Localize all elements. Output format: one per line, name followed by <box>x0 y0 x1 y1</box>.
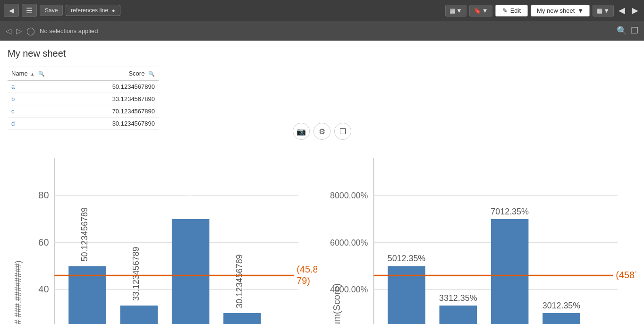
fullscreen-icon[interactable]: ❐ <box>631 26 638 36</box>
chart1-svg: NUM(Sum(Score),# ###.########) 0 20 40 6… <box>8 139 317 324</box>
svg-text:40: 40 <box>38 284 49 294</box>
sel-forward-icon: ▷ <box>16 26 22 35</box>
chart1-ref-label2: 79) <box>297 275 310 286</box>
expand-btn[interactable]: ❒ <box>334 123 351 140</box>
bookmark-dropdown-icon: ▼ <box>482 7 488 14</box>
chart1-y-label: NUM(Sum(Score),# ###.########) <box>13 260 23 324</box>
settings-btn[interactable]: ⚙ <box>314 123 330 140</box>
charts-section: 📷 ⚙ ❒ NUM(Sum(Score),# ###.########) <box>8 139 636 324</box>
col-name-text: Name <box>11 70 28 77</box>
table-row: c 70.1234567890 <box>8 105 159 118</box>
layout-dropdown-icon: ▼ <box>603 7 610 14</box>
svg-text:7012.35%: 7012.35% <box>491 207 529 216</box>
chart-controls: 📷 ⚙ ❒ <box>293 123 351 140</box>
menu-btn[interactable]: ☰ <box>22 4 37 17</box>
col-header-score: Score 🔍 <box>76 67 159 81</box>
chart1-wrapper: NUM(Sum(Score),# ###.########) 0 20 40 6… <box>8 139 317 324</box>
chart2-bar-d[interactable] <box>542 313 580 324</box>
edit-label: Edit <box>510 7 521 14</box>
layout-btn[interactable]: ▦ ▼ <box>593 5 614 17</box>
sel-back-icon: ◁ <box>6 26 11 35</box>
prev-sheet-btn[interactable]: ◀ <box>617 5 627 16</box>
svg-text:30.123456789: 30.123456789 <box>235 254 244 308</box>
sheet-title: My new sheet <box>8 48 636 59</box>
table-row: d 30.1234567890 <box>8 118 159 130</box>
chart2-wrapper: Sum(Score) 0.00% 2000.00% 4000.00% 6000.… <box>327 139 636 324</box>
chart2-svg: Sum(Score) 0.00% 2000.00% 4000.00% 6000.… <box>327 139 636 324</box>
selection-bar: ◁ ▷ ◯ No selections applied 🔍 ❐ <box>0 21 644 41</box>
save-button[interactable]: Save <box>40 5 63 16</box>
tab-close-icon[interactable]: ● <box>112 8 115 13</box>
sel-lock-icon: ◯ <box>26 26 35 35</box>
edit-button[interactable]: ✎ Edit <box>495 5 528 17</box>
toolbar-right: ▦ ▼ 🔖 ▼ ✎ Edit My new sheet ▼ ▦ ▼ ◀ ▶ <box>445 5 640 17</box>
pencil-icon: ✎ <box>502 7 508 14</box>
data-table: Name ▲ 🔍 Score 🔍 a 50.1234567890 b 33.12… <box>8 67 159 130</box>
layout-icon: ▦ <box>597 7 602 14</box>
score-search-icon[interactable]: 🔍 <box>148 71 155 77</box>
camera-btn[interactable]: 📷 <box>293 123 310 140</box>
table-cell-score: 33.1234567890 <box>76 93 159 105</box>
save-label: Save <box>45 7 58 14</box>
tab-title-text: references line <box>71 7 108 14</box>
svg-text:33.123456789: 33.123456789 <box>131 247 141 301</box>
table-cell-score: 30.1234567890 <box>76 118 159 130</box>
main-content: My new sheet Name ▲ 🔍 Score 🔍 a 50.12345… <box>0 41 644 324</box>
chart2-bar-c[interactable] <box>491 219 529 324</box>
table-cell-name[interactable]: d <box>8 118 76 130</box>
svg-text:50.123456789: 50.123456789 <box>80 207 89 261</box>
sheet-dropdown-icon: ▼ <box>577 7 584 14</box>
name-search-icon[interactable]: 🔍 <box>38 71 45 77</box>
sel-right-actions: 🔍 ❐ <box>617 26 638 36</box>
bookmark-icon: 🔖 <box>474 7 481 14</box>
table-cell-name[interactable]: c <box>8 105 76 118</box>
menu-icon: ☰ <box>26 6 33 15</box>
svg-text:4000.00%: 4000.00% <box>330 285 368 294</box>
svg-text:6000.00%: 6000.00% <box>330 238 368 247</box>
svg-text:3012.35%: 3012.35% <box>542 301 581 310</box>
table-cell-name[interactable]: a <box>8 80 76 93</box>
chart2-bar-b[interactable] <box>440 306 477 324</box>
back-nav-btn[interactable]: ◀ <box>4 4 19 17</box>
table-row: b 33.1234567890 <box>8 93 159 105</box>
chart1-ref-label: (45.873456- <box>297 264 317 274</box>
chart-dropdown-icon: ▼ <box>456 7 462 14</box>
bookmark-btn[interactable]: 🔖 ▼ <box>469 5 492 17</box>
table-cell-score: 50.1234567890 <box>76 80 159 93</box>
chart-icon: ▦ <box>449 7 455 14</box>
col-header-name: Name ▲ 🔍 <box>8 67 76 81</box>
table-cell-score: 70.1234567890 <box>76 105 159 118</box>
main-toolbar: ◀ ☰ Save references line ● ▦ ▼ 🔖 ▼ ✎ Edi… <box>0 0 644 21</box>
tab-title[interactable]: references line ● <box>66 5 120 16</box>
svg-text:80: 80 <box>38 190 49 200</box>
svg-text:70.123456789: 70.123456789 <box>183 161 193 214</box>
sheet-name-text: My new sheet <box>537 7 575 14</box>
charts-area: NUM(Sum(Score),# ###.########) 0 20 40 6… <box>8 139 636 324</box>
no-selections-text: No selections applied <box>40 27 612 34</box>
sort-arrow: ▲ <box>30 72 34 77</box>
chart2-ref-label: (4587.35%) <box>616 270 636 280</box>
svg-text:8000.00%: 8000.00% <box>330 191 368 200</box>
chart1-bar-d[interactable] <box>223 313 261 324</box>
svg-text:3312.35%: 3312.35% <box>439 293 477 303</box>
chart1-bar-b[interactable] <box>120 306 158 324</box>
svg-text:60: 60 <box>38 237 49 247</box>
svg-text:5012.35%: 5012.35% <box>388 254 426 263</box>
next-sheet-btn[interactable]: ▶ <box>630 5 640 16</box>
back-icon: ◀ <box>9 7 14 14</box>
table-cell-name[interactable]: b <box>8 93 76 105</box>
search-icon[interactable]: 🔍 <box>617 26 627 36</box>
chart1-bar-c[interactable] <box>172 219 210 324</box>
visualize-btn[interactable]: ▦ ▼ <box>445 5 466 17</box>
table-row: a 50.1234567890 <box>8 80 159 93</box>
sheet-name-label: My new sheet ▼ <box>531 5 590 17</box>
col-score-text: Score <box>128 70 144 77</box>
